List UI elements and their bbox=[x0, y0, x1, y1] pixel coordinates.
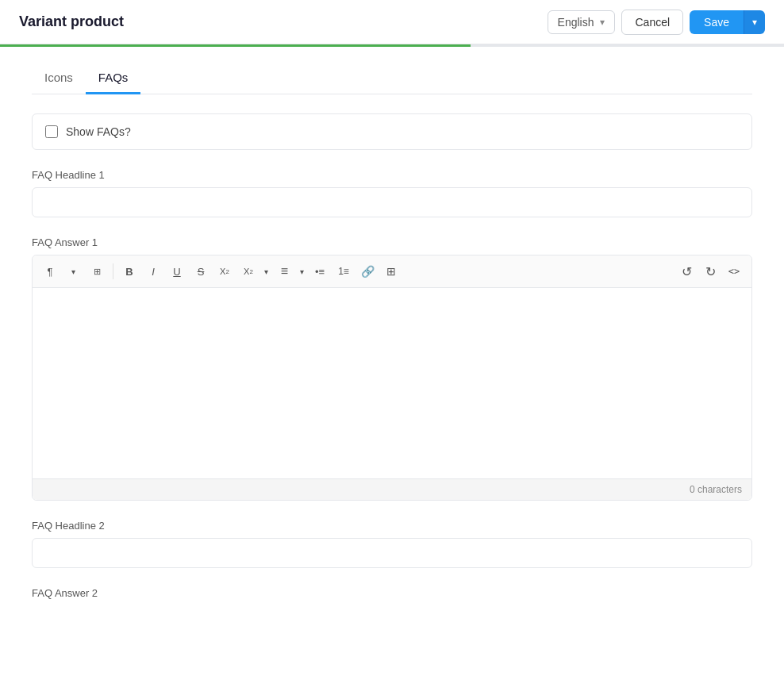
page-title: Variant product bbox=[19, 13, 124, 30]
show-faqs-checkbox[interactable] bbox=[45, 125, 58, 138]
language-selector[interactable]: English ▾ bbox=[548, 10, 616, 34]
show-faqs-row: Show FAQs? bbox=[32, 113, 752, 150]
toolbar-separator-1 bbox=[113, 263, 113, 279]
paragraph-group: ¶ ▾ bbox=[39, 260, 84, 282]
save-button-group: Save ▾ bbox=[690, 10, 765, 34]
faq1-answer-body[interactable] bbox=[33, 288, 751, 478]
strikethrough-button[interactable]: S bbox=[190, 260, 212, 282]
faq1-answer-label: FAQ Answer 1 bbox=[32, 236, 752, 248]
cancel-button[interactable]: Cancel bbox=[621, 10, 683, 35]
list-group: ≡ ▾ bbox=[273, 260, 307, 282]
paragraph-button[interactable]: ¶ bbox=[39, 260, 61, 282]
faq1-char-count: 0 characters bbox=[33, 478, 751, 500]
header: Variant product English ▾ Cancel Save ▾ bbox=[0, 0, 784, 44]
expand-icon-button[interactable]: ⊞ bbox=[86, 260, 108, 282]
list-expand-button[interactable]: ▾ bbox=[296, 260, 307, 282]
underline-button[interactable]: U bbox=[166, 260, 188, 282]
italic-button[interactable]: I bbox=[142, 260, 164, 282]
link-button[interactable]: 🔗 bbox=[356, 260, 379, 282]
save-dropdown-button[interactable]: ▾ bbox=[744, 10, 765, 34]
code-button[interactable]: <> bbox=[723, 260, 745, 282]
faq1-headline-section: FAQ Headline 1 bbox=[32, 169, 752, 236]
language-chevron-icon: ▾ bbox=[600, 17, 605, 28]
bold-button[interactable]: B bbox=[118, 260, 140, 282]
bullet-list-button[interactable]: •≡ bbox=[309, 260, 331, 282]
faq1-headline-input[interactable] bbox=[32, 187, 752, 217]
faq2-headline-input[interactable] bbox=[32, 538, 752, 568]
faq2-answer-label: FAQ Answer 2 bbox=[32, 587, 752, 599]
subscript-expand-button[interactable]: ▾ bbox=[260, 260, 271, 282]
superscript-button[interactable]: X2 bbox=[213, 260, 236, 282]
main-content: Icons FAQs Show FAQs? FAQ Headline 1 FAQ… bbox=[0, 47, 784, 621]
faq2-headline-section: FAQ Headline 2 bbox=[32, 520, 752, 587]
faq1-rich-text-editor: ¶ ▾ ⊞ B I U S X2 X2 ▾ ≡ ▾ •≡ 1≡ bbox=[32, 255, 752, 501]
ordered-list-button[interactable]: 1≡ bbox=[332, 260, 355, 282]
tab-faqs[interactable]: FAQs bbox=[86, 63, 141, 94]
tab-icons[interactable]: Icons bbox=[32, 63, 86, 94]
tabs: Icons FAQs bbox=[32, 63, 752, 94]
subscript-button[interactable]: X2 bbox=[237, 260, 259, 282]
faq2-headline-label: FAQ Headline 2 bbox=[32, 520, 752, 532]
table-button[interactable]: ⊞ bbox=[380, 260, 402, 282]
paragraph-expand-button[interactable]: ▾ bbox=[62, 260, 84, 282]
undo-button[interactable]: ↺ bbox=[675, 260, 698, 282]
header-actions: English ▾ Cancel Save ▾ bbox=[548, 10, 765, 35]
faq1-headline-label: FAQ Headline 1 bbox=[32, 169, 752, 181]
save-button[interactable]: Save bbox=[690, 10, 744, 34]
list-button[interactable]: ≡ bbox=[273, 260, 295, 282]
show-faqs-label: Show FAQs? bbox=[66, 125, 131, 138]
language-label: English bbox=[558, 16, 594, 29]
subscript-group: X2 ▾ bbox=[237, 260, 271, 282]
rte-toolbar: ¶ ▾ ⊞ B I U S X2 X2 ▾ ≡ ▾ •≡ 1≡ bbox=[33, 255, 751, 288]
redo-button[interactable]: ↻ bbox=[699, 260, 721, 282]
faq1-answer-section: FAQ Answer 1 ¶ ▾ ⊞ B I U S X2 X2 ▾ ≡ bbox=[32, 236, 752, 501]
